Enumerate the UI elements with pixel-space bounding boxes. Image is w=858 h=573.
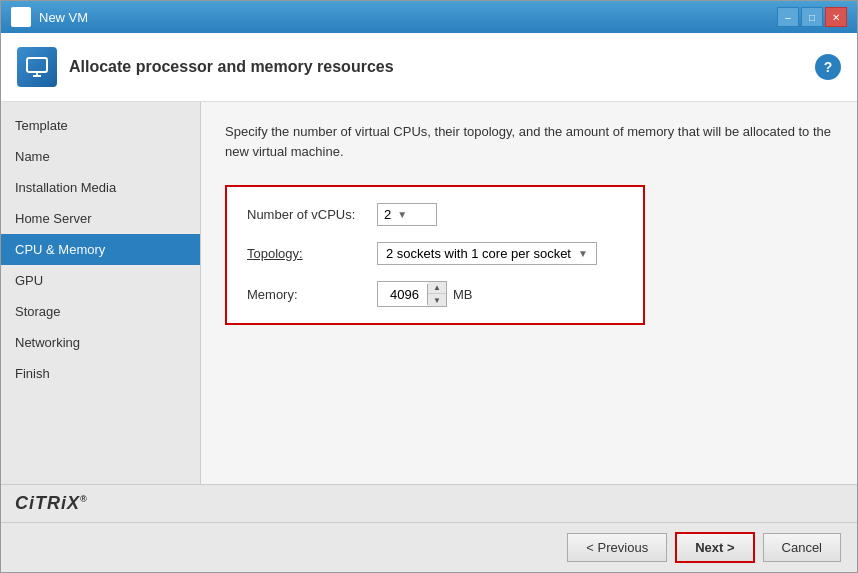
memory-input-group: 4096 ▲ ▼ MB [377, 281, 473, 307]
vcpu-select-group: 2 ▼ [377, 203, 437, 226]
sidebar-item-home-server[interactable]: Home Server [1, 203, 200, 234]
content-area: Specify the number of virtual CPUs, thei… [201, 102, 857, 484]
window-icon: 🖥 [11, 7, 31, 27]
header-icon [17, 47, 57, 87]
topology-dropdown[interactable]: 2 sockets with 1 core per socket ▼ [377, 242, 597, 265]
window-title: New VM [39, 10, 88, 25]
citrix-logo: CiTRiX® [1, 484, 857, 522]
topology-row: Topology: 2 sockets with 1 core per sock… [247, 242, 623, 265]
header-left: Allocate processor and memory resources [17, 47, 394, 87]
window-controls: – □ ✕ [777, 7, 847, 27]
sidebar-item-storage[interactable]: Storage [1, 296, 200, 327]
form-section: Number of vCPUs: 2 ▼ Topology: 2 sockets… [225, 185, 645, 325]
main-content: Template Name Installation Media Home Se… [1, 102, 857, 484]
memory-label: Memory: [247, 287, 377, 302]
previous-button[interactable]: < Previous [567, 533, 667, 562]
topology-value: 2 sockets with 1 core per socket [386, 246, 571, 261]
sidebar-item-name[interactable]: Name [1, 141, 200, 172]
memory-decrement-button[interactable]: ▼ [428, 294, 446, 306]
memory-unit-label: MB [453, 287, 473, 302]
vcpu-label: Number of vCPUs: [247, 207, 377, 222]
footer: < Previous Next > Cancel [1, 522, 857, 572]
memory-value[interactable]: 4096 [378, 284, 428, 305]
svg-rect-0 [27, 58, 47, 72]
vcpu-dropdown[interactable]: 2 ▼ [377, 203, 437, 226]
vcpu-dropdown-arrow: ▼ [397, 209, 407, 220]
topology-label[interactable]: Topology: [247, 246, 377, 261]
sidebar-item-installation-media[interactable]: Installation Media [1, 172, 200, 203]
vcpu-row: Number of vCPUs: 2 ▼ [247, 203, 623, 226]
memory-spinner: 4096 ▲ ▼ [377, 281, 447, 307]
memory-row: Memory: 4096 ▲ ▼ MB [247, 281, 623, 307]
cancel-button[interactable]: Cancel [763, 533, 841, 562]
sidebar: Template Name Installation Media Home Se… [1, 102, 201, 484]
description-text: Specify the number of virtual CPUs, thei… [225, 122, 833, 161]
topology-dropdown-arrow: ▼ [578, 248, 588, 259]
memory-spinner-buttons: ▲ ▼ [428, 282, 446, 306]
title-bar-left: 🖥 New VM [11, 7, 88, 27]
header-section: Allocate processor and memory resources … [1, 33, 857, 102]
new-vm-window: 🖥 New VM – □ ✕ Allocate processor and me… [0, 0, 858, 573]
sidebar-item-gpu[interactable]: GPU [1, 265, 200, 296]
sidebar-item-template[interactable]: Template [1, 110, 200, 141]
sidebar-item-cpu-memory[interactable]: CPU & Memory [1, 234, 200, 265]
vcpu-value: 2 [384, 207, 391, 222]
sidebar-item-finish[interactable]: Finish [1, 358, 200, 389]
memory-increment-button[interactable]: ▲ [428, 282, 446, 294]
close-button[interactable]: ✕ [825, 7, 847, 27]
next-button[interactable]: Next > [675, 532, 754, 563]
maximize-button[interactable]: □ [801, 7, 823, 27]
header-title: Allocate processor and memory resources [69, 58, 394, 76]
sidebar-item-networking[interactable]: Networking [1, 327, 200, 358]
citrix-logo-text: CiTRiX® [15, 493, 88, 513]
help-button[interactable]: ? [815, 54, 841, 80]
minimize-button[interactable]: – [777, 7, 799, 27]
title-bar: 🖥 New VM – □ ✕ [1, 1, 857, 33]
